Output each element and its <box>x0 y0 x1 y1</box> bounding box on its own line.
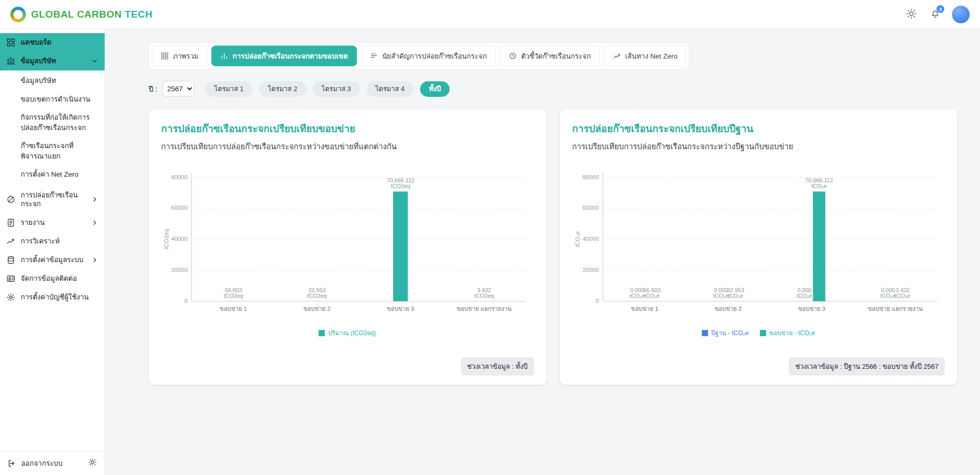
base-year-comparison-card: การปล่อยก๊าซเรือนกระจกเปรียบเทียบปีฐาน ก… <box>560 109 958 385</box>
chip-quarter-4[interactable]: ไตรมาส 4 <box>367 81 414 97</box>
legend-swatch-icon <box>702 330 708 336</box>
building-icon <box>6 56 16 66</box>
sidebar-item-system-data-settings[interactable]: การตั้งค่าข้อมูลระบบ <box>0 251 105 269</box>
notification-badge: 3 <box>936 5 944 13</box>
brand-text: GLOBAL CARBON TECH <box>31 9 153 20</box>
company-submenu: ข้อมูลบริษัท ขอบเขตการดำเนินงาน กิจกรรมท… <box>0 70 105 186</box>
svg-text:80000: 80000 <box>582 174 599 180</box>
chart-subtitle: การเปรียบเทียบการปล่อยก๊าซเรือนกระจกระหว… <box>161 140 534 153</box>
sidebar-item-label: การตั้งค่าข้อมูลระบบ <box>21 255 83 265</box>
svg-text:tCO2eq: tCO2eq <box>163 229 169 249</box>
card-footer: ช่วงเวลาข้อมูล : ปีฐาน 2566 : ขอบข่าย ทั… <box>572 357 945 376</box>
trend-icon <box>6 237 16 246</box>
chart-legend: ปีฐาน - tCO₂eขอบข่าย - tCO₂e <box>572 328 945 338</box>
svg-text:tCO₂e: tCO₂e <box>574 231 581 247</box>
svg-text:ขอบข่าย 3: ขอบข่าย 3 <box>798 306 825 312</box>
database-icon <box>6 255 16 265</box>
tab-label: การปล่อยก๊าซเรือนกระจกตามขอบเขต <box>233 50 348 62</box>
submenu-item-considered-gases[interactable]: ก๊าซเรือนกระจกที่พิจารณาแยก <box>0 137 105 165</box>
sidebar-item-ghg-emissions[interactable]: การปล่อยก๊าซเรือนกระจก <box>0 186 105 213</box>
sidebar-item-label: การตั้งค่าบัญชีผู้ใช้งาน <box>21 293 89 302</box>
scope-bar-chart: 020000400006000080000ขอบข่าย 156.603tCO2… <box>161 160 534 327</box>
sidebar-item-contact-management[interactable]: จัดการข้อมูลติดต่อ <box>0 269 105 288</box>
svg-text:tCO₂e: tCO₂e <box>629 293 645 299</box>
svg-text:0: 0 <box>184 298 188 304</box>
data-range-badge: ช่วงเวลาข้อมูล : ปีฐาน 2566 : ขอบข่าย ทั… <box>789 357 945 376</box>
svg-text:80000: 80000 <box>171 174 188 180</box>
theme-toggle-button[interactable] <box>87 458 97 468</box>
bar-chart-svg: 020000400006000080000ขอบข่าย 10.000tCO₂e… <box>572 160 945 325</box>
tab-emissions-significance[interactable]: นัยสำคัญการปล่อยก๊าซเรือนกระจก <box>361 46 496 66</box>
tab-net-zero-path[interactable]: เส้นทาง Net Zero <box>604 46 686 66</box>
chevron-down-icon <box>91 57 98 65</box>
tab-label: เส้นทาง Net Zero <box>625 50 678 62</box>
app-root: GLOBAL CARBON TECH 3 <box>0 0 980 475</box>
chart-title: การปล่อยก๊าซเรือนกระจกเปรียบเทียบขอบข่าย <box>161 121 534 136</box>
svg-text:ขอบข่าย 1: ขอบข่าย 1 <box>631 306 658 312</box>
sidebar-nav: แดชบอร์ด ข้อมูลบริษัท ข้อมูลบริษัท ขอบเข… <box>0 29 105 451</box>
chevron-right-icon <box>91 196 98 203</box>
chevron-right-icon <box>91 219 98 226</box>
svg-text:ขอบข่าย 3: ขอบข่าย 3 <box>387 306 414 312</box>
tab-emissions-by-scope[interactable]: การปล่อยก๊าซเรือนกระจกตามขอบเขต <box>211 46 357 66</box>
sidebar-item-reports[interactable]: รายงาน <box>0 213 105 232</box>
filter-bar: ปี : 2567 ไตรมาส 1 ไตรมาส 2 ไตรมาส 3 ไตร… <box>149 81 957 97</box>
submenu-item-operation-boundary[interactable]: ขอบเขตการดำเนินงาน <box>0 90 105 109</box>
legend-item: ปีฐาน - tCO₂e <box>702 328 749 338</box>
logout-button[interactable]: ออกจากระบบ <box>7 457 63 469</box>
svg-text:60000: 60000 <box>582 205 599 211</box>
brightness-toggle-button[interactable] <box>904 8 918 21</box>
svg-text:tCO₂e: tCO₂e <box>811 183 827 189</box>
chart-legend: ปริมาณ (tCO2eq) <box>161 328 534 338</box>
svg-text:tCO2eq: tCO2eq <box>391 183 410 189</box>
svg-text:40000: 40000 <box>171 236 188 242</box>
notifications-button[interactable]: 3 <box>928 8 942 21</box>
sidebar-item-label: การปล่อยก๊าซเรือนกระจก <box>21 191 86 209</box>
sidebar-item-company-data[interactable]: ข้อมูลบริษัท <box>0 52 105 70</box>
data-range-badge: ช่วงเวลาข้อมูล : ทั้งปี <box>461 357 534 376</box>
year-select[interactable]: 2567 <box>163 81 194 97</box>
year-label: ปี : <box>149 83 157 95</box>
svg-text:tCO₂e: tCO₂e <box>644 293 659 299</box>
svg-text:60000: 60000 <box>171 205 188 211</box>
sidebar-item-label: จัดการข้อมูลติดต่อ <box>21 274 77 283</box>
sidebar-item-dashboard[interactable]: แดชบอร์ด <box>0 33 105 52</box>
sidebar-item-label: แดชบอร์ด <box>21 38 51 47</box>
submenu-item-company-info[interactable]: ข้อมูลบริษัท <box>0 71 105 90</box>
sidebar-item-analytics[interactable]: การวิเคราะห์ <box>0 232 105 251</box>
brand-secondary: TECH <box>125 9 153 20</box>
legend-item: ปริมาณ (tCO2eq) <box>319 328 376 338</box>
sidebar-item-label: รายงาน <box>21 218 45 227</box>
svg-text:ขอบข่าย 1: ขอบข่าย 1 <box>220 306 247 312</box>
submenu-item-net-zero-settings[interactable]: การตั้งค่า Net Zero <box>0 165 105 184</box>
chip-full-year[interactable]: ทั้งปี <box>420 81 450 97</box>
gauge-icon <box>509 52 517 60</box>
tab-overview[interactable]: ภาพรวม <box>152 46 207 66</box>
header-actions: 3 <box>904 6 970 23</box>
chip-quarter-1[interactable]: ไตรมาส 1 <box>206 81 253 97</box>
submenu-item-emission-activities[interactable]: กิจกรรมที่ก่อให้เกิดการปล่อยก๊าซเรือนกระ… <box>0 108 105 137</box>
svg-text:tCO₂e: tCO₂e <box>797 293 812 299</box>
tab-ghg-indicators[interactable]: ตัวชี้วัดก๊าซเรือนกระจก <box>500 46 600 66</box>
avatar[interactable] <box>952 6 970 23</box>
legend-label: ปีฐาน - tCO₂e <box>711 328 749 338</box>
svg-text:tCO2eq: tCO2eq <box>307 293 327 299</box>
chart-cards: การปล่อยก๊าซเรือนกระจกเปรียบเทียบขอบข่าย… <box>149 109 957 385</box>
bar-chart-icon <box>220 52 228 60</box>
legend-label: ขอบข่าย - tCO₂e <box>769 328 815 338</box>
bar-chart-svg: 020000400006000080000ขอบข่าย 156.603tCO2… <box>161 160 534 325</box>
brand: GLOBAL CARBON TECH <box>10 7 153 22</box>
chip-quarter-2[interactable]: ไตรมาส 2 <box>259 81 306 97</box>
svg-text:tCO₂e: tCO₂e <box>880 293 896 299</box>
svg-text:ขอบข่าย แยกรายงาน: ขอบข่าย แยกรายงาน <box>868 306 923 312</box>
sidebar-footer: ออกจากระบบ <box>0 451 105 475</box>
sidebar-item-account-settings[interactable]: การตั้งค่าบัญชีผู้ใช้งาน <box>0 288 105 307</box>
sidebar-item-label: ข้อมูลบริษัท <box>21 56 56 66</box>
legend-swatch-icon <box>319 330 325 336</box>
legend-swatch-icon <box>760 330 766 336</box>
svg-text:tCO₂e: tCO₂e <box>728 293 743 299</box>
brand-logo-icon <box>10 7 26 22</box>
chip-quarter-3[interactable]: ไตรมาส 3 <box>313 81 360 97</box>
base-year-bar-chart: 020000400006000080000ขอบข่าย 10.000tCO₂e… <box>572 160 945 327</box>
svg-text:tCO₂e: tCO₂e <box>895 293 910 299</box>
